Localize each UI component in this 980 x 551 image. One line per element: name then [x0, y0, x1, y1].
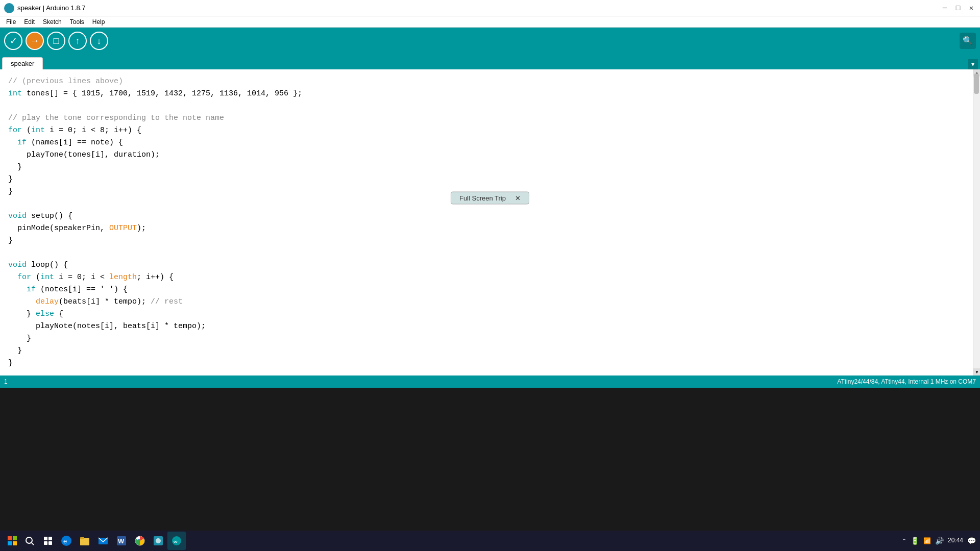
taskbar-right: ⌃ 🔋 📶 🔊 20:44 💬: [902, 537, 976, 545]
svg-rect-8: [44, 541, 47, 545]
toolbar: ✓ → □ ↑ ↓ 🔍: [0, 28, 980, 54]
window-title: speaker | Arduino 1.8.7: [17, 4, 940, 12]
app-icon: [4, 3, 14, 13]
open-button[interactable]: ↑: [68, 32, 87, 50]
maximize-button[interactable]: □: [953, 4, 963, 13]
svg-text:∞: ∞: [174, 538, 178, 544]
taskbar-word[interactable]: W: [112, 532, 131, 550]
svg-rect-9: [48, 541, 52, 545]
tray-volume: 🔊: [935, 537, 944, 545]
menu-bar: File Edit Sketch Tools Help: [0, 16, 980, 28]
tray-arrow[interactable]: ⌃: [902, 538, 906, 544]
svg-rect-2: [8, 541, 12, 545]
tab-speaker[interactable]: speaker: [2, 57, 43, 69]
svg-rect-0: [8, 536, 12, 540]
taskbar-explorer[interactable]: [76, 532, 94, 550]
notification-icon[interactable]: 💬: [967, 537, 976, 545]
scroll-down-arrow[interactable]: ▼: [973, 368, 980, 375]
taskbar-clock[interactable]: 20:44: [948, 537, 963, 545]
svg-text:e: e: [63, 537, 67, 545]
code-content: // (previous lines above) int tones[] = …: [0, 73, 980, 371]
search-button[interactable]: 🔍: [960, 33, 976, 49]
svg-point-20: [156, 538, 161, 543]
tray-battery: 🔋: [911, 537, 919, 545]
menu-help[interactable]: Help: [88, 17, 109, 27]
taskbar-taskview[interactable]: [39, 532, 57, 550]
time-display: 20:44: [948, 537, 963, 545]
svg-line-5: [32, 543, 34, 545]
menu-file[interactable]: File: [2, 17, 20, 27]
svg-point-4: [26, 537, 32, 543]
scroll-thumb[interactable]: [974, 73, 979, 94]
title-bar: speaker | Arduino 1.8.7 ─ □ ✕: [0, 0, 980, 16]
status-line: 1: [4, 378, 8, 385]
start-button[interactable]: [4, 533, 20, 549]
verify-button[interactable]: ✓: [4, 32, 22, 50]
taskbar: e W: [0, 531, 980, 551]
vertical-scrollbar[interactable]: ▲ ▼: [973, 69, 980, 375]
taskbar-mail[interactable]: [94, 532, 112, 550]
new-button[interactable]: □: [47, 32, 65, 50]
window-controls: ─ □ ✕: [940, 4, 976, 13]
tab-label: speaker: [11, 60, 34, 67]
main-area: // (previous lines above) int tones[] = …: [0, 69, 980, 551]
upload-button[interactable]: →: [26, 32, 44, 50]
save-button[interactable]: ↓: [90, 32, 108, 50]
tray-network: 📶: [923, 537, 931, 544]
taskbar-arduino[interactable]: ∞: [167, 532, 186, 550]
taskbar-chrome[interactable]: [131, 532, 149, 550]
minimize-button[interactable]: ─: [940, 4, 949, 13]
menu-sketch[interactable]: Sketch: [39, 17, 66, 27]
tab-bar: speaker ▾: [0, 54, 980, 69]
svg-rect-12: [80, 538, 89, 545]
svg-rect-6: [44, 537, 47, 540]
menu-tools[interactable]: Tools: [66, 17, 88, 27]
code-editor[interactable]: // (previous lines above) int tones[] = …: [0, 69, 980, 375]
svg-rect-7: [48, 537, 52, 540]
svg-text:W: W: [118, 537, 125, 545]
taskbar-search[interactable]: [20, 532, 39, 550]
close-button[interactable]: ✕: [967, 4, 976, 13]
menu-edit[interactable]: Edit: [20, 17, 39, 27]
taskbar-edge[interactable]: e: [57, 532, 76, 550]
svg-rect-13: [80, 537, 84, 539]
status-bar: 1 ATtiny24/44/84, ATtiny44, Internal 1 M…: [0, 375, 980, 388]
status-board: ATtiny24/44/84, ATtiny44, Internal 1 MHz…: [837, 378, 976, 385]
taskbar-photos[interactable]: [149, 532, 167, 550]
console-area: [0, 388, 980, 551]
editor-scroll: // (previous lines above) int tones[] = …: [0, 69, 980, 375]
svg-rect-1: [13, 536, 17, 540]
svg-rect-3: [13, 541, 17, 545]
tab-dropdown-button[interactable]: ▾: [968, 59, 978, 69]
